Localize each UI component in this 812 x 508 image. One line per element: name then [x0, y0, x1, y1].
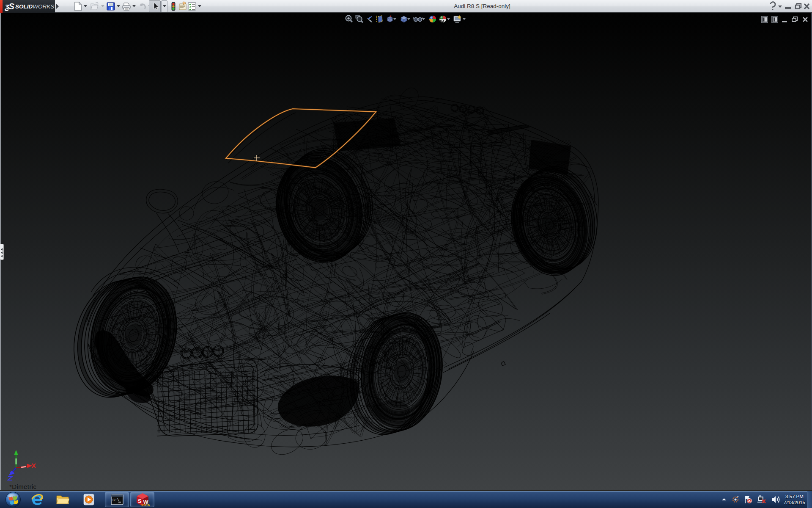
svg-text:C:\: C:\: [112, 498, 119, 502]
svg-text:2015: 2015: [141, 502, 150, 507]
